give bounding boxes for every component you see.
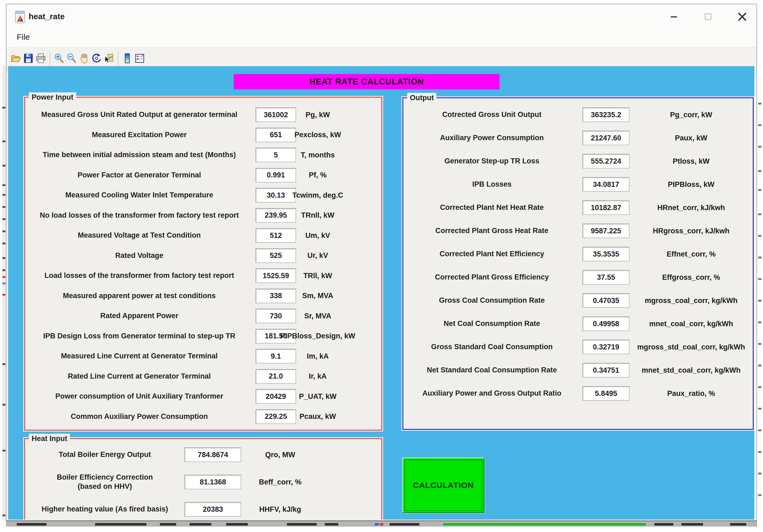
unit-text: Pexcloss, kW	[294, 131, 341, 139]
value-input[interactable]	[583, 200, 629, 215]
field-label-text: Corrected Plant Gross Heat Rate	[435, 226, 548, 235]
field-label-text: Generator Step-up TR Loss	[444, 157, 539, 165]
value-input[interactable]	[583, 223, 629, 238]
unit-label: Ur, kV	[299, 251, 337, 260]
unit-text: Pcaux, kW	[299, 412, 336, 421]
value-input[interactable]	[583, 293, 629, 308]
value-input[interactable]	[256, 168, 296, 183]
value-input[interactable]	[583, 316, 629, 331]
value-input[interactable]	[256, 389, 296, 404]
field-label-text: Power Factor at Generator Terminal	[77, 171, 201, 179]
value-input[interactable]	[583, 386, 629, 401]
background-window-fragment	[758, 473, 761, 475]
field-label: No load losses of the transformer from f…	[25, 211, 254, 220]
pan-button[interactable]	[78, 49, 90, 67]
background-window-fragment	[730, 523, 746, 525]
value-input[interactable]	[583, 363, 629, 378]
unit-text: mnet_std_coal_corr, kg/kWh	[642, 366, 741, 375]
value-input[interactable]	[583, 108, 629, 122]
value-input[interactable]	[256, 248, 296, 263]
field-row: Total Boiler Energy OutputQro, MW	[25, 442, 381, 467]
minimize-icon	[669, 12, 679, 22]
background-window-fragment	[2, 230, 5, 232]
unit-text: HHFV, kJ/kg	[259, 505, 301, 514]
background-window-fragment	[95, 523, 147, 525]
zoom-in-button[interactable]	[53, 49, 65, 67]
unit-text: Pg, kW	[306, 111, 330, 119]
field-label-text: Measured Excitation Power	[92, 131, 187, 139]
field-row: Power Factor at Generator TerminalPf, %	[25, 165, 381, 186]
value-input[interactable]	[583, 247, 629, 261]
field-label-text: Boiler Efficiency Correction	[57, 473, 153, 481]
field-label-text: Measured Voltage at Test Condition	[78, 231, 201, 239]
value-input[interactable]	[256, 268, 296, 283]
print-button[interactable]	[35, 49, 47, 67]
unit-text: P_UAT, kW	[299, 393, 336, 401]
value-input[interactable]	[256, 228, 296, 243]
field-row: Measured Line Current at Generator Termi…	[25, 346, 381, 367]
unit-label: Ptloss, kW	[629, 157, 753, 165]
background-window-fragment	[758, 343, 761, 345]
insert-legend-button[interactable]	[134, 49, 146, 67]
background-window-fragment	[758, 146, 761, 148]
field-row: Rated VoltageUr, kV	[25, 246, 381, 266]
maximize-button[interactable]	[699, 9, 717, 24]
unit-text: Im, kA	[307, 352, 329, 361]
rotate-3d-icon	[91, 52, 102, 64]
menu-file[interactable]: File	[14, 32, 33, 42]
value-input[interactable]	[583, 131, 629, 145]
heat-input-rows: Total Boiler Energy OutputQro, MWBoiler …	[25, 439, 381, 520]
data-cursor-button[interactable]	[103, 49, 115, 67]
value-input[interactable]	[583, 154, 629, 168]
rotate-3d-button[interactable]	[90, 49, 103, 67]
value-input[interactable]	[256, 208, 296, 223]
background-window-fragment	[654, 523, 673, 525]
value-input[interactable]	[256, 369, 296, 384]
output-panel: Output Cotrected Gross Unit OutputPg_cor…	[402, 97, 754, 430]
colorbar-button[interactable]	[121, 49, 134, 67]
value-input[interactable]	[583, 340, 629, 354]
calculation-button[interactable]: CALCULATION	[402, 458, 485, 513]
unit-text: Sr, MVA	[304, 312, 331, 320]
value-input[interactable]	[256, 409, 296, 424]
field-row: Measured apparent power at test conditio…	[25, 286, 381, 306]
minimize-button[interactable]	[665, 9, 684, 24]
field-label-text: Rated Line Current at Generator Terminal	[68, 372, 211, 380]
unit-label: Effgross_corr, %	[629, 273, 753, 282]
unit-text: mgross_coal_corr, kg/kWh	[645, 297, 738, 305]
field-label-text: Auxiliary Power Consumption	[440, 134, 544, 142]
zoom-out-button[interactable]	[65, 49, 78, 67]
field-label: Measured Gross Unit Rated Output at gene…	[25, 110, 254, 119]
field-label-text: IPB Losses	[472, 180, 512, 188]
background-window-fragment	[2, 140, 5, 142]
value-input[interactable]	[583, 270, 629, 285]
unit-label: Ir, kA	[299, 372, 337, 381]
unit-text: PIPBloss_Design, kW	[280, 332, 355, 340]
close-button[interactable]	[733, 9, 752, 24]
field-label-text: Time between initial admission steam and…	[43, 151, 236, 159]
open-file-button[interactable]	[10, 49, 22, 67]
field-row: Auxiliary Power ConsumptionPaux, kW	[403, 127, 753, 150]
value-input[interactable]	[184, 475, 241, 489]
value-input[interactable]	[256, 188, 296, 203]
value-input[interactable]	[184, 502, 241, 517]
field-row: Measured Gross Unit Rated Output at gene…	[25, 105, 381, 125]
value-input[interactable]	[256, 108, 296, 122]
value-input[interactable]	[256, 349, 296, 364]
value-input[interactable]	[256, 128, 296, 142]
value-input[interactable]	[256, 309, 296, 323]
unit-text: Effgross_corr, %	[662, 273, 720, 282]
value-input[interactable]	[256, 148, 296, 162]
unit-label: PIPBloss, kW	[629, 180, 753, 189]
field-label: Rated Line Current at Generator Terminal	[25, 372, 254, 381]
toolbar-separator	[50, 51, 50, 66]
field-row: No load losses of the transformer from f…	[25, 206, 381, 226]
value-input[interactable]	[583, 177, 629, 192]
background-window-fragment	[443, 523, 646, 525]
value-input[interactable]	[184, 447, 241, 462]
save-button[interactable]	[22, 49, 35, 67]
field-label: Measured Line Current at Generator Termi…	[25, 352, 254, 361]
value-input[interactable]	[256, 289, 296, 303]
field-label: Auxiliary Power and Gross Output Ratio	[403, 389, 580, 398]
field-label: Boiler Efficiency Correction(based on HH…	[25, 473, 184, 491]
